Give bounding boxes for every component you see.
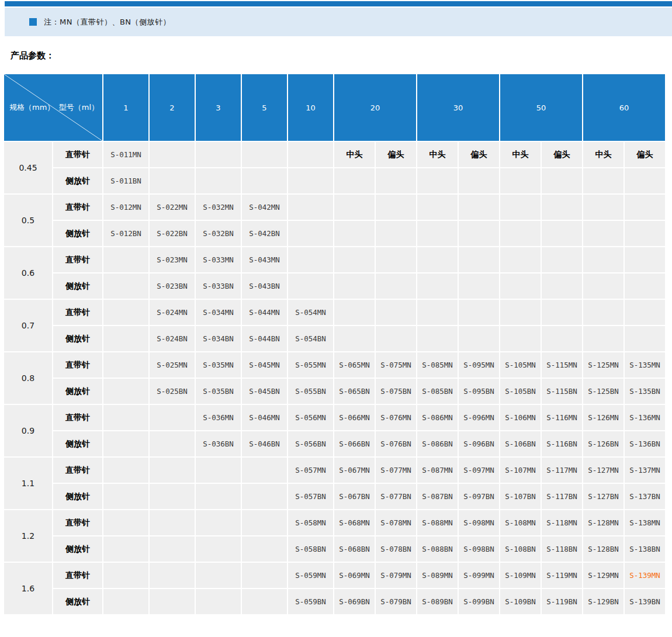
model-cell: S-056MN <box>288 405 333 430</box>
empty-cell <box>150 563 195 588</box>
volume-header-10: 10 <box>288 74 333 141</box>
table-row: 侧放针S-057BNS-067BNS-077BNS-087BNS-097BNS-… <box>4 484 665 509</box>
model-cell: S-035MN <box>196 352 241 378</box>
empty-cell <box>376 221 416 246</box>
spec-cell: 0.5 <box>4 195 52 246</box>
empty-cell <box>334 247 375 272</box>
empty-cell <box>288 247 333 272</box>
model-cell: S-126MN <box>583 405 623 430</box>
model-cell: S-034BN <box>196 326 241 351</box>
needle-type-cell: 直带针 <box>53 405 102 430</box>
model-cell: S-058BN <box>288 536 333 562</box>
empty-cell <box>376 195 416 220</box>
needle-type-cell: 直带针 <box>53 195 102 220</box>
empty-cell <box>583 168 623 193</box>
model-cell: S-116MN <box>542 405 582 430</box>
empty-cell <box>196 589 241 614</box>
empty-cell <box>242 510 287 535</box>
model-cell: S-135BN <box>625 379 665 404</box>
model-cell: S-067MN <box>334 458 375 483</box>
empty-cell <box>583 221 623 246</box>
model-cell: S-095MN <box>459 352 499 378</box>
model-cell: S-098BN <box>459 536 499 562</box>
model-cell: S-025MN <box>150 352 195 378</box>
empty-cell <box>542 300 582 325</box>
model-cell: S-128BN <box>583 536 623 562</box>
model-cell: S-085MN <box>417 352 458 378</box>
model-cell: S-066MN <box>334 405 375 430</box>
needle-type-cell: 侧放针 <box>53 589 102 614</box>
needle-type-cell: 侧放针 <box>53 221 102 246</box>
empty-cell <box>459 247 499 272</box>
empty-cell <box>150 589 195 614</box>
empty-cell <box>334 300 375 325</box>
volume-header-30: 30 <box>417 74 499 141</box>
model-cell: S-045BN <box>242 379 287 404</box>
empty-cell <box>103 431 148 456</box>
model-cell: S-043BN <box>242 274 287 299</box>
model-cell: S-099MN <box>459 563 499 588</box>
model-cell: S-058MN <box>288 510 333 535</box>
empty-cell <box>625 221 665 246</box>
empty-cell <box>103 563 148 588</box>
model-cell: S-137MN <box>625 458 665 483</box>
model-cell: S-069MN <box>334 563 375 588</box>
subhead-cell: 中头 <box>500 142 541 167</box>
empty-cell <box>103 484 148 509</box>
empty-cell <box>376 247 416 272</box>
empty-cell <box>625 326 665 351</box>
table-row: 侧放针S-024BNS-034BNS-044BNS-054BN <box>4 326 665 351</box>
model-cell: S-106BN <box>500 431 541 456</box>
model-cell: S-068MN <box>334 510 375 535</box>
model-cell: S-076BN <box>376 431 416 456</box>
model-cell: S-129MN <box>583 563 623 588</box>
empty-cell <box>459 221 499 246</box>
table-row: 侧放针S-023BNS-033BNS-043BN <box>4 274 665 299</box>
model-cell: S-065BN <box>334 379 375 404</box>
model-cell: S-087MN <box>417 458 458 483</box>
empty-cell <box>583 326 623 351</box>
table-row: 0.45直带针S-011MN中头偏头中头偏头中头偏头中头偏头 <box>4 142 665 167</box>
model-cell: S-077BN <box>376 484 416 509</box>
spec-cell: 1.1 <box>4 458 52 509</box>
needle-type-cell: 直带针 <box>53 300 102 325</box>
model-cell: S-086MN <box>417 405 458 430</box>
empty-cell <box>103 458 148 483</box>
subhead-cell: 中头 <box>334 142 375 167</box>
model-cell: S-042BN <box>242 221 287 246</box>
model-cell: S-125BN <box>583 379 623 404</box>
model-cell: S-032MN <box>196 195 241 220</box>
empty-cell <box>150 484 195 509</box>
model-cell: S-057MN <box>288 458 333 483</box>
model-cell: S-107BN <box>500 484 541 509</box>
empty-cell <box>103 379 148 404</box>
empty-cell <box>417 195 458 220</box>
empty-cell <box>242 563 287 588</box>
empty-cell <box>583 195 623 220</box>
model-cell: S-068BN <box>334 536 375 562</box>
empty-cell <box>334 168 375 193</box>
subhead-cell: 中头 <box>417 142 458 167</box>
needle-type-cell: 直带针 <box>53 142 102 167</box>
empty-cell <box>334 274 375 299</box>
empty-cell <box>542 168 582 193</box>
highlighted-model-cell[interactable]: S-139MN <box>625 563 665 588</box>
volume-header-20: 20 <box>334 74 416 141</box>
empty-cell <box>242 589 287 614</box>
model-cell: S-088MN <box>417 510 458 535</box>
model-cell: S-078BN <box>376 536 416 562</box>
model-cell: S-086BN <box>417 431 458 456</box>
model-cell: S-136BN <box>625 431 665 456</box>
model-cell: S-023BN <box>150 274 195 299</box>
table-row: 侧放针S-025BNS-035BNS-045BNS-055BNS-065BNS-… <box>4 379 665 404</box>
product-spec-table: 规格（mm） 型号（ml） 1 2 3 5 10 20 30 50 60 0.4… <box>3 73 666 615</box>
empty-cell <box>500 195 541 220</box>
model-cell: S-126BN <box>583 431 623 456</box>
model-cell: S-107MN <box>500 458 541 483</box>
empty-cell <box>150 458 195 483</box>
needle-type-cell: 直带针 <box>53 247 102 272</box>
model-cell: S-075MN <box>376 352 416 378</box>
model-cell: S-118BN <box>542 536 582 562</box>
empty-cell <box>583 247 623 272</box>
volume-header-1: 1 <box>103 74 148 141</box>
